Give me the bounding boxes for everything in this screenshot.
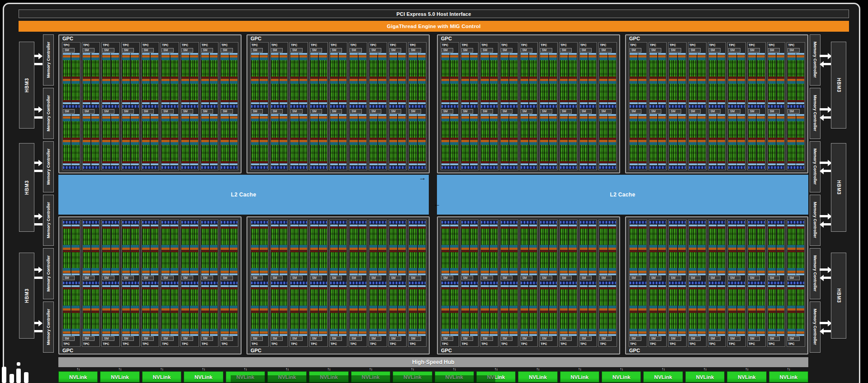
sm-l1-cache-bar <box>370 102 386 104</box>
sm-label: SM <box>330 336 342 341</box>
sm-tex-unit-bar <box>290 166 307 169</box>
sm-core-block <box>310 287 318 311</box>
tpc-label-label: TPC <box>182 342 188 345</box>
sm-core-block <box>509 227 517 250</box>
sm-label: SM <box>161 336 173 341</box>
sm-tex-unit-bar <box>540 105 557 108</box>
sm-label-label: SM <box>163 276 168 279</box>
sm-block: SM <box>787 109 805 170</box>
sm-core-block <box>122 55 130 78</box>
sm-label: SM <box>271 48 283 53</box>
sm-core-block <box>650 227 657 250</box>
sm-core-block <box>689 55 697 78</box>
sm-label: SM <box>748 336 760 341</box>
tpc-label-label: TPC <box>669 43 676 47</box>
sm-core-block <box>122 79 130 102</box>
sm-partition <box>181 311 198 334</box>
sm-l1-cache-bar <box>481 285 498 287</box>
sm-l1-cache-bar <box>63 225 80 226</box>
tpc-label-label: TPC <box>83 43 90 47</box>
memory-controller-left: Memory Controller <box>43 141 54 192</box>
sm-tex-unit-bar <box>481 220 498 224</box>
tpc-label: TPC <box>270 341 288 346</box>
sm-core-block <box>378 55 386 78</box>
sm-partition <box>748 311 765 334</box>
sm-core-block <box>608 250 616 273</box>
sm-tex-unit-bar <box>350 220 366 224</box>
sm-core-block <box>91 287 99 311</box>
sm-label-label: SM <box>582 276 586 279</box>
sm-core-block <box>777 55 784 78</box>
gpc-label-label: GPC <box>62 348 73 353</box>
sm-core-block <box>142 287 150 311</box>
tpc-label: TPC <box>408 341 426 346</box>
sm-l1-cache-bar <box>580 163 597 165</box>
sm-core-block <box>71 79 79 102</box>
sm-l1-cache-bar <box>161 102 178 104</box>
sm-label: SM <box>83 276 95 280</box>
sm-core-block <box>171 227 178 250</box>
sm-core-block <box>171 287 178 311</box>
sm-tex-unit-bar <box>330 220 347 224</box>
sm-label: SM <box>201 109 213 114</box>
sm-block: SM <box>768 220 785 281</box>
sm-l1-cache-bar <box>481 334 498 336</box>
sm-core-block <box>339 287 346 311</box>
sm-core-block <box>271 311 279 334</box>
sm-label-label: SM <box>292 276 297 279</box>
sm-label-label: SM <box>203 276 208 279</box>
sm-label: SM <box>441 48 453 53</box>
sm-partition <box>441 250 458 273</box>
tpc-label-label: TPC <box>600 43 606 47</box>
sm-partition <box>560 79 577 102</box>
sm-core-block <box>151 140 158 163</box>
sm-block: SM <box>540 220 557 281</box>
sm-tex-unit-bar <box>599 281 616 285</box>
nvlink-block-label: NVLink <box>654 374 672 380</box>
sm-core-block <box>689 250 697 273</box>
sm-label: SM <box>389 336 401 341</box>
sm-core-block <box>599 250 607 273</box>
sm-core-block <box>330 311 338 334</box>
tpc-label: TPC <box>389 43 407 48</box>
sm-core-block <box>588 287 596 311</box>
sm-label-label: SM <box>104 110 109 113</box>
sm-partition <box>669 79 686 102</box>
sm-partition <box>201 227 218 250</box>
sm-l1-cache-bar <box>728 114 745 116</box>
sm-l1-cache-bar <box>102 273 119 275</box>
sm-core-block <box>470 116 478 139</box>
hbm3-stack-right: HBM3 <box>831 253 846 339</box>
sm-partition <box>142 79 159 102</box>
sm-partition <box>709 79 726 102</box>
sm-l1-cache-bar <box>630 114 646 116</box>
tpc-label-label: TPC <box>331 43 337 47</box>
sm-block: SM <box>629 281 647 341</box>
sm-partition <box>161 311 178 334</box>
sm-label: SM <box>122 276 134 280</box>
sm-core-block <box>461 116 469 139</box>
tpc-label: TPC <box>540 43 557 48</box>
sm-label: SM <box>728 109 740 114</box>
sm-partition <box>251 55 268 78</box>
sm-label-label: SM <box>631 110 636 113</box>
sm-block: SM <box>669 109 686 170</box>
sm-core-block <box>359 227 366 250</box>
sm-core-block <box>319 116 327 139</box>
sm-l1-cache-bar <box>599 102 616 104</box>
sm-tex-unit-bar <box>540 220 557 224</box>
sm-core-block <box>161 311 169 334</box>
sm-partition <box>630 79 646 102</box>
sm-label-label: SM <box>65 337 69 340</box>
sm-l1-cache-bar <box>669 102 686 104</box>
sm-label-label: SM <box>691 48 695 52</box>
sm-block: SM <box>251 220 268 281</box>
nvlink-block: NVLink <box>643 371 683 383</box>
sm-block: SM <box>599 281 617 341</box>
sm-l1-cache-bar <box>251 225 268 226</box>
sm-l1-cache-bar <box>728 225 745 226</box>
sm-partition <box>409 116 426 139</box>
tpc-label-label: TPC <box>221 342 228 345</box>
sm-tex-unit-bar <box>142 105 159 108</box>
sm-tex-unit-bar <box>370 166 386 169</box>
